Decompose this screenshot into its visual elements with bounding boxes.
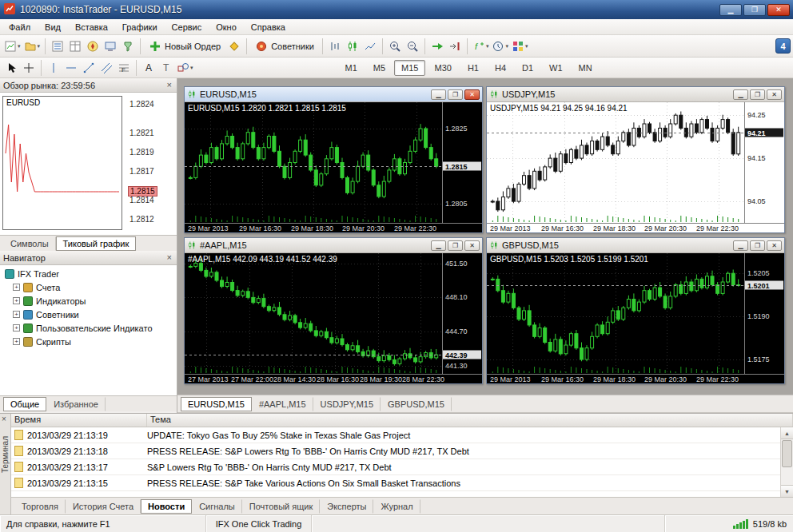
- menu-item[interactable]: Файл: [2, 21, 38, 34]
- terminal-tab-tab[interactable]: Сигналы: [192, 499, 242, 514]
- horizontal-line-icon[interactable]: [62, 59, 80, 77]
- minimize-button[interactable]: ▁: [733, 89, 748, 100]
- tree-item[interactable]: +Счета: [0, 280, 177, 294]
- news-row[interactable]: 2013/03/29 21:13:19UPDATE: Tokyo Gas To …: [11, 427, 793, 443]
- line-chart-icon[interactable]: [361, 38, 379, 55]
- timeframe-h4[interactable]: H4: [488, 60, 513, 76]
- tree-item[interactable]: +Индикаторы: [0, 294, 177, 308]
- expand-icon[interactable]: +: [13, 324, 20, 332]
- expand-icon[interactable]: +: [13, 284, 20, 291]
- timeframe-m1[interactable]: M1: [338, 60, 365, 76]
- tick-chart[interactable]: EURUSD: [2, 96, 122, 230]
- channel-icon[interactable]: [98, 59, 115, 77]
- news-row[interactable]: 2013/03/29 21:13:17S&P Lowers Rtg To 'BB…: [11, 459, 793, 475]
- close-icon[interactable]: ×: [165, 81, 173, 89]
- tree-item[interactable]: +Советники: [0, 308, 177, 321]
- candlestick-chart-icon[interactable]: [344, 38, 361, 55]
- navigator-tab-active[interactable]: Общие: [3, 397, 46, 411]
- auto-scroll-icon[interactable]: [428, 38, 446, 55]
- minimize-button[interactable]: ▁: [719, 4, 742, 16]
- timeframe-mn[interactable]: MN: [572, 60, 600, 76]
- scroll-up-icon[interactable]: ▲: [781, 427, 793, 439]
- zoom-in-icon[interactable]: [386, 38, 404, 55]
- news-row[interactable]: 2013/03/29 21:13:15PRESS RELEASE: S&P Ta…: [11, 475, 793, 491]
- tree-item[interactable]: +Скрипты: [0, 335, 177, 348]
- data-window-icon[interactable]: [66, 38, 84, 55]
- candlestick-chart-eurusd[interactable]: 1.28251.28051.281529 Mar 201329 Mar 16:3…: [185, 102, 482, 232]
- new-chart-icon[interactable]: ▾: [2, 38, 22, 55]
- timeframe-h1[interactable]: H1: [460, 60, 486, 76]
- text-icon[interactable]: A: [140, 59, 157, 77]
- timeframe-d1[interactable]: D1: [515, 60, 540, 76]
- menu-item[interactable]: Вставка: [68, 21, 115, 34]
- terminal-tab-tab[interactable]: Эксперты: [320, 499, 373, 514]
- menu-item[interactable]: Окно: [209, 21, 244, 34]
- close-button[interactable]: ✕: [767, 4, 790, 16]
- terminal-tab-tab[interactable]: Журнал: [373, 499, 420, 514]
- panels-badge-button[interactable]: 4: [775, 38, 791, 54]
- chart-window-gbpusd[interactable]: GBPUSD,M15 ▁❐✕ 1.52051.51901.51751.52012…: [486, 237, 785, 384]
- scroll-down-icon[interactable]: ▼: [781, 485, 793, 497]
- shapes-icon[interactable]: ▾: [175, 59, 195, 77]
- market-watch-tab-tab[interactable]: Символы: [3, 236, 56, 251]
- menu-item[interactable]: Справка: [244, 21, 293, 34]
- close-button[interactable]: ✕: [464, 240, 480, 251]
- close-icon[interactable]: ×: [2, 415, 6, 423]
- column-header-topic[interactable]: Тема: [147, 414, 793, 427]
- zoom-out-icon[interactable]: [404, 38, 421, 55]
- column-header-time[interactable]: Время: [11, 414, 147, 427]
- terminal-tab-tab[interactable]: Торговля: [14, 499, 66, 514]
- chart-tab-active[interactable]: EURUSD,M15: [181, 397, 252, 411]
- scrollbar-thumb[interactable]: [782, 440, 792, 467]
- restore-button[interactable]: ❐: [448, 89, 463, 100]
- chart-window-titlebar[interactable]: #AAPL,M15 ▁❐✕: [185, 238, 482, 253]
- terminal-tab-active[interactable]: Новости: [141, 499, 192, 514]
- timeframe-m5[interactable]: M5: [366, 60, 393, 76]
- text-label-icon[interactable]: T: [157, 59, 175, 77]
- periods-icon[interactable]: ▾: [490, 38, 510, 55]
- status-one-click-trading[interactable]: IFX One Click Trading: [206, 515, 312, 532]
- chart-window-titlebar[interactable]: EURUSD,M15 ▁❐✕: [185, 87, 482, 102]
- expand-icon[interactable]: +: [13, 297, 20, 304]
- candlestick-chart-gbpusd[interactable]: 1.52051.51901.51751.520129 Mar 201329 Ma…: [487, 253, 784, 383]
- trendline-icon[interactable]: [80, 59, 98, 77]
- chart-window-usdjpy[interactable]: USDJPY,M15 ▁❐✕ 94.2594.1594.0594.2129 Ma…: [486, 86, 785, 233]
- candlestick-chart-aapl[interactable]: 451.50448.10444.70441.30442.3927 Mar 201…: [185, 253, 482, 383]
- fibonacci-icon[interactable]: F: [115, 59, 133, 77]
- minimize-button[interactable]: ▁: [431, 89, 446, 100]
- restore-button[interactable]: ❐: [448, 240, 463, 251]
- expand-icon[interactable]: +: [13, 311, 20, 318]
- menu-item[interactable]: Вид: [38, 21, 68, 34]
- indicators-icon[interactable]: f▾: [471, 38, 491, 55]
- close-button[interactable]: ✕: [767, 240, 782, 251]
- bar-chart-icon[interactable]: [326, 38, 344, 55]
- market-watch-icon[interactable]: [49, 38, 66, 55]
- vertical-line-icon[interactable]: [45, 59, 62, 77]
- chart-window-titlebar[interactable]: GBPUSD,M15 ▁❐✕: [487, 238, 784, 253]
- terminal-icon[interactable]: [102, 38, 119, 55]
- expand-icon[interactable]: +: [13, 338, 20, 345]
- timeframe-w1[interactable]: W1: [542, 60, 570, 76]
- close-button[interactable]: ✕: [464, 89, 480, 100]
- timeframe-m15[interactable]: M15: [394, 60, 425, 76]
- crosshair-icon[interactable]: [20, 59, 38, 77]
- menu-item[interactable]: Графики: [115, 21, 165, 34]
- chart-tab-tab[interactable]: GBPUSD,M15: [381, 397, 452, 411]
- navigator-tab-tab[interactable]: Избранное: [46, 397, 106, 411]
- chart-shift-icon[interactable]: [446, 38, 464, 55]
- profiles-icon[interactable]: ▾: [22, 38, 42, 55]
- metaeditor-icon[interactable]: [225, 38, 243, 55]
- navigator-icon[interactable]: [84, 38, 102, 55]
- templates-icon[interactable]: ▾: [510, 38, 530, 55]
- restore-button[interactable]: ❐: [750, 240, 765, 251]
- candlestick-chart-usdjpy[interactable]: 94.2594.1594.0594.2129 Mar 201329 Mar 16…: [487, 102, 784, 232]
- menu-item[interactable]: Сервис: [165, 21, 209, 34]
- timeframe-m30[interactable]: M30: [427, 60, 458, 76]
- news-scrollbar[interactable]: ▲ ▼: [780, 427, 793, 497]
- chart-tab-tab[interactable]: #AAPL,M15: [252, 397, 313, 411]
- close-icon[interactable]: ×: [165, 253, 173, 262]
- tree-item[interactable]: +Пользовательские Индикато: [0, 321, 177, 335]
- tick-chart-area[interactable]: EURUSD 1.28241.28211.28191.28171.28151.2…: [0, 93, 177, 235]
- close-button[interactable]: ✕: [767, 89, 782, 100]
- new-order-button[interactable]: Новый Ордер: [144, 38, 225, 55]
